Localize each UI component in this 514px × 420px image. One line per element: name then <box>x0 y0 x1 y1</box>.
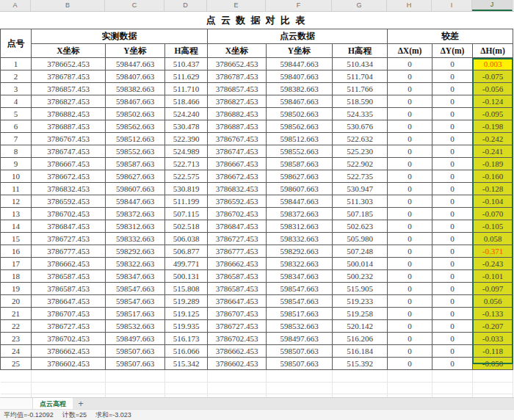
cell-cx[interactable]: 3786702.453 <box>208 208 267 220</box>
header-point-id[interactable]: 点号 <box>1 29 32 58</box>
column-header-G[interactable]: G <box>332 0 387 11</box>
cell-cx[interactable]: 3786662.453 <box>208 345 267 358</box>
cell-dx[interactable]: 0 <box>388 233 432 245</box>
cell-cx[interactable]: 3786707.453 <box>208 308 267 320</box>
cell-dy[interactable]: 0 <box>432 295 473 308</box>
cell-mx[interactable]: 3786857.453 <box>32 83 106 95</box>
cell-my[interactable]: 598587.663 <box>106 158 165 170</box>
cell-my[interactable]: 598627.663 <box>106 170 165 183</box>
cell-dy[interactable]: 0 <box>432 195 473 208</box>
cell-dy[interactable]: 0 <box>432 95 473 108</box>
empty-cell[interactable] <box>473 382 513 394</box>
header-delta-y[interactable]: ΔY(m) <box>432 44 473 58</box>
cell-ch[interactable]: 518.590 <box>333 95 388 108</box>
cell-mh[interactable]: 530.819 <box>165 183 208 195</box>
cell-dy[interactable]: 0 <box>432 158 473 170</box>
cell-my[interactable]: 598292.663 <box>106 245 165 258</box>
cell-ch[interactable]: 515.905 <box>333 283 388 295</box>
cell-cx[interactable]: 3786592.453 <box>208 195 267 208</box>
cell-dy[interactable]: 0 <box>432 358 473 370</box>
empty-cell[interactable] <box>388 370 432 383</box>
cell-dy[interactable]: 0 <box>432 133 473 145</box>
cell-mx[interactable]: 3786647.453 <box>32 295 106 308</box>
cell-dx[interactable]: 0 <box>388 83 432 95</box>
cell-cx[interactable]: 3786647.453 <box>208 295 267 308</box>
cell-mx[interactable]: 3786702.453 <box>32 208 106 220</box>
column-header-A[interactable]: A <box>0 0 31 11</box>
cell-dx[interactable]: 0 <box>388 70 432 83</box>
cell-mx[interactable]: 3786882.453 <box>32 108 106 120</box>
cell-mh[interactable]: 522.713 <box>165 158 208 170</box>
cell-mh[interactable]: 524.240 <box>165 108 208 120</box>
cell-ch[interactable]: 511.766 <box>333 83 388 95</box>
cell-my[interactable]: 598312.663 <box>106 220 165 233</box>
header-measured-x[interactable]: X坐标 <box>32 44 106 58</box>
cell-ch[interactable]: 511.303 <box>333 195 388 208</box>
cell-dx[interactable]: 0 <box>388 358 432 370</box>
column-header-F[interactable]: F <box>266 0 332 11</box>
cell-my[interactable]: 598547.663 <box>106 283 165 295</box>
cell-dy[interactable]: 0 <box>432 233 473 245</box>
cell-dy[interactable]: 0 <box>432 308 473 320</box>
cell-mx[interactable]: 3786702.453 <box>32 333 106 345</box>
cell-my[interactable]: 598407.663 <box>106 70 165 83</box>
cell-mx[interactable]: 3786727.453 <box>32 320 106 333</box>
cell-cx[interactable]: 3786587.453 <box>208 283 267 295</box>
cell-dh[interactable]: -0.128 <box>473 183 513 195</box>
cell-mh[interactable]: 510.437 <box>165 58 208 70</box>
cell-ch[interactable]: 530.947 <box>333 183 388 195</box>
cell-cy[interactable]: 598497.663 <box>267 333 333 345</box>
cell-dx[interactable]: 0 <box>388 245 432 258</box>
cell-id[interactable]: 12 <box>1 195 32 208</box>
empty-cell[interactable] <box>165 382 208 394</box>
empty-cell[interactable] <box>32 382 106 394</box>
cell-id[interactable]: 7 <box>1 133 32 145</box>
cell-ch[interactable]: 502.623 <box>333 220 388 233</box>
cell-cy[interactable]: 598512.663 <box>267 133 333 145</box>
cell-dx[interactable]: 0 <box>388 145 432 158</box>
cell-dx[interactable]: 0 <box>388 95 432 108</box>
cell-my[interactable]: 598532.663 <box>106 320 165 333</box>
cell-id[interactable]: 23 <box>1 333 32 345</box>
cell-cy[interactable]: 598332.663 <box>267 233 333 245</box>
cell-dx[interactable]: 0 <box>388 170 432 183</box>
cell-mx[interactable]: 3786672.453 <box>32 170 106 183</box>
cell-dy[interactable]: 0 <box>432 58 473 70</box>
cell-dh[interactable]: -0.371 <box>473 245 513 258</box>
cell-mh[interactable]: 511.710 <box>165 83 208 95</box>
cell-dh[interactable]: -0.101 <box>473 270 513 283</box>
cell-dh[interactable]: -0.118 <box>473 345 513 358</box>
cell-cy[interactable]: 598547.663 <box>267 295 333 308</box>
empty-cell[interactable] <box>388 382 432 394</box>
cell-ch[interactable]: 525.230 <box>333 145 388 158</box>
empty-cell[interactable] <box>1 370 32 383</box>
cell-dy[interactable]: 0 <box>432 333 473 345</box>
empty-cell[interactable] <box>106 370 165 383</box>
cell-dx[interactable]: 0 <box>388 120 432 133</box>
cell-mh[interactable]: 507.115 <box>165 208 208 220</box>
cell-cx[interactable]: 3786847.453 <box>208 220 267 233</box>
cell-id[interactable]: 17 <box>1 258 32 270</box>
cell-ch[interactable]: 524.335 <box>333 108 388 120</box>
cell-mh[interactable]: 500.131 <box>165 270 208 283</box>
cell-dh[interactable]: -0.070 <box>473 208 513 220</box>
cell-my[interactable]: 598517.663 <box>106 308 165 320</box>
cell-cy[interactable]: 598322.663 <box>267 258 333 270</box>
cell-mh[interactable]: 499.771 <box>165 258 208 270</box>
cell-id[interactable]: 21 <box>1 308 32 320</box>
cell-mh[interactable]: 519.935 <box>165 320 208 333</box>
cell-ch[interactable]: 515.392 <box>333 358 388 370</box>
cell-mx[interactable]: 3786707.453 <box>32 308 106 320</box>
cell-id[interactable]: 18 <box>1 270 32 283</box>
cell-mx[interactable]: 3786587.453 <box>32 283 106 295</box>
cell-id[interactable]: 4 <box>1 95 32 108</box>
cell-cx[interactable]: 3786787.453 <box>208 70 267 83</box>
cell-cy[interactable]: 598447.663 <box>267 195 333 208</box>
cell-id[interactable]: 2 <box>1 70 32 83</box>
cell-dx[interactable]: 0 <box>388 283 432 295</box>
cell-dx[interactable]: 0 <box>388 195 432 208</box>
column-header-C[interactable]: C <box>105 0 164 11</box>
cell-cx[interactable]: 3786857.453 <box>208 83 267 95</box>
cell-dx[interactable]: 0 <box>388 108 432 120</box>
cell-cy[interactable]: 598382.663 <box>267 83 333 95</box>
